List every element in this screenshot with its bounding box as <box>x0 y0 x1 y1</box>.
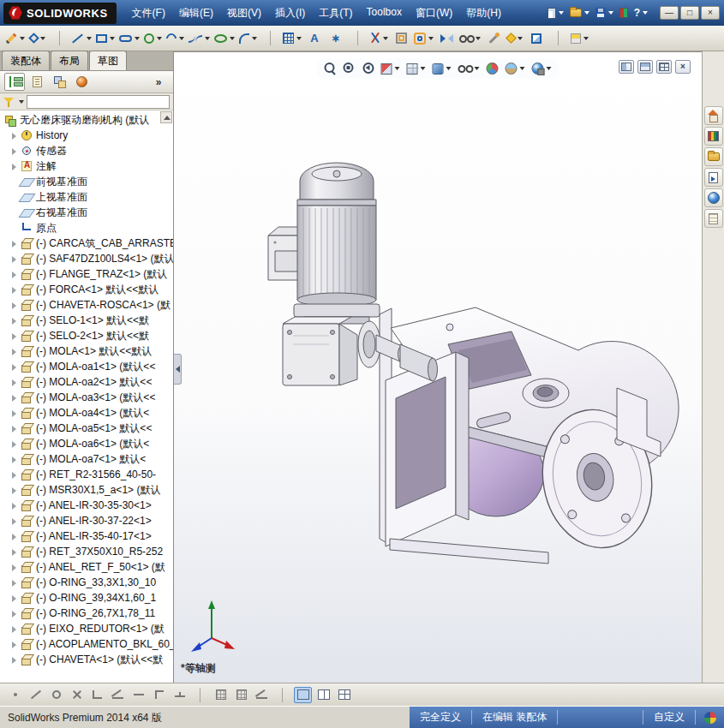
rectangle-button[interactable] <box>94 28 117 49</box>
snap-line-button[interactable] <box>27 687 45 703</box>
tree-item[interactable]: 上视基准面 <box>0 189 173 205</box>
menu-window[interactable]: 窗口(W) <box>409 3 459 24</box>
point-button[interactable]: ∗ <box>326 28 346 49</box>
expand-icon[interactable] <box>10 363 18 371</box>
tree-item[interactable]: (-) MOLA-oa2<1> 默认<< <box>0 374 173 390</box>
design-library-tab[interactable] <box>704 127 723 146</box>
filter-dropdown-icon[interactable] <box>19 100 24 104</box>
panel-collapse-handle[interactable] <box>174 354 182 385</box>
hide-show-items-button[interactable] <box>456 59 482 78</box>
tree-item[interactable]: (-) O-RING_26,7X1,78_11 <box>0 606 173 621</box>
menu-view[interactable]: 视图(V) <box>220 3 268 24</box>
menu-insert[interactable]: 插入(I) <box>268 3 312 24</box>
expand-icon[interactable] <box>10 610 18 618</box>
mirror-entities-button[interactable] <box>436 28 457 49</box>
tree-item[interactable]: (-) EIXO_REDUTOR<1> (默 <box>0 621 173 636</box>
expand-icon[interactable] <box>10 641 18 648</box>
tree-item[interactable]: (-) O-RING_39,34X1,60_1 <box>0 590 173 606</box>
expand-icon[interactable] <box>10 579 18 587</box>
section-view-button[interactable] <box>379 59 403 78</box>
expand-icon[interactable] <box>10 594 18 602</box>
expand-icon[interactable] <box>10 286 18 294</box>
expand-icon[interactable] <box>10 163 18 170</box>
tree-item[interactable]: (-) MSR30X1,5_a<1> (默认 <box>0 482 173 498</box>
panel-flyout-button[interactable]: » <box>148 73 169 91</box>
snap-horizontal-button[interactable] <box>129 687 147 703</box>
motor-part[interactable] <box>268 163 380 317</box>
close-pane-button[interactable]: × <box>675 60 691 74</box>
rapid-sketch-button[interactable] <box>526 28 547 49</box>
snap-angle-button[interactable] <box>109 687 127 703</box>
snap-midpoint-button[interactable] <box>171 687 188 703</box>
tree-item[interactable]: (-) SELO-1<1> 默认<<默 <box>0 313 173 328</box>
view-orientation-button[interactable] <box>404 59 428 78</box>
expand-icon[interactable] <box>10 394 18 402</box>
file-explorer-tab[interactable] <box>704 147 723 166</box>
expand-icon[interactable] <box>10 456 18 463</box>
line-button[interactable] <box>70 28 93 49</box>
spline-button[interactable] <box>187 28 212 49</box>
toolbar-separator[interactable] <box>547 28 568 49</box>
grid-settings-button[interactable] <box>232 687 250 703</box>
help-button[interactable]: ? <box>634 7 648 19</box>
snap-circle-button[interactable] <box>47 687 65 703</box>
gearbox-part[interactable] <box>283 317 369 385</box>
split-horizontal-button[interactable] <box>314 687 332 703</box>
tree-item[interactable]: (-) FLANGE_TRAZ<1> (默认 <box>0 266 173 282</box>
close-button[interactable]: × <box>701 6 720 20</box>
apply-scene-button[interactable] <box>503 59 528 78</box>
menu-file[interactable]: 文件(F) <box>125 3 172 24</box>
minimize-button[interactable]: — <box>660 6 679 20</box>
convert-entities-button[interactable] <box>391 28 411 49</box>
offset-entities-button[interactable] <box>412 28 435 49</box>
display-style-button[interactable] <box>430 59 454 78</box>
slot-button[interactable] <box>117 28 141 49</box>
menu-help[interactable]: 帮助(H) <box>459 3 508 24</box>
split-four-button[interactable] <box>335 687 353 703</box>
tree-item[interactable]: (-) CHAVETA-ROSCA<1> (默 <box>0 297 173 313</box>
expand-icon[interactable] <box>10 271 18 278</box>
resources-tab[interactable] <box>704 106 723 125</box>
filter-icon[interactable] <box>3 97 14 107</box>
tree-item[interactable]: 原点 <box>0 220 173 236</box>
expand-icon[interactable] <box>10 471 18 479</box>
previous-view-button[interactable] <box>360 59 377 78</box>
expand-icon[interactable] <box>10 502 18 510</box>
toolbar-separator[interactable] <box>347 28 368 49</box>
tree-root-item[interactable]: 无心磨床驱动磨削机构 (默认 <box>0 112 173 128</box>
toolbar-separator[interactable] <box>273 687 291 703</box>
pattern-button[interactable] <box>281 28 303 49</box>
expand-icon[interactable] <box>10 625 18 633</box>
appearances-tab[interactable] <box>704 188 723 207</box>
tree-item[interactable]: 右视基准面 <box>0 205 173 220</box>
custom-properties-tab[interactable] <box>704 209 723 228</box>
tree-item[interactable]: (-) ANEL-IR-30-37-22<1> <box>0 513 173 528</box>
view-settings-button[interactable] <box>530 59 554 78</box>
tree-item[interactable]: (-) MOLA-oa5<1> 默认<< <box>0 421 173 436</box>
expand-icon[interactable] <box>10 317 18 325</box>
fillet-button[interactable] <box>237 28 259 49</box>
configurationmanager-tab[interactable] <box>49 73 69 91</box>
expand-icon[interactable] <box>10 486 18 494</box>
menu-edit[interactable]: 编辑(E) <box>172 3 220 24</box>
tree-item[interactable]: (-) ANEL-IR-30-35-30<1> <box>0 498 173 513</box>
circle-button[interactable] <box>142 28 164 49</box>
open-button[interactable] <box>570 9 589 17</box>
expand-icon[interactable] <box>10 440 18 448</box>
tree-item[interactable]: (-) MOLA-oa3<1> (默认<< <box>0 390 173 405</box>
tree-item[interactable]: (-) ACOPLAMENTO_BKL_60_ <box>0 636 173 652</box>
expand-icon[interactable] <box>10 348 18 355</box>
featuremanager-tab[interactable] <box>4 73 25 91</box>
expand-icon[interactable] <box>10 147 18 155</box>
tree-item[interactable]: (-) MOLA-oa6<1> (默认< <box>0 436 173 451</box>
angle-snap-button[interactable] <box>253 687 271 703</box>
expand-icon[interactable] <box>10 564 18 571</box>
tree-item[interactable]: (-) MOLA-oa4<1> (默认< <box>0 405 173 421</box>
tree-item[interactable]: 注解 <box>0 158 173 174</box>
tree-item[interactable]: (-) CARCA筑_CAB_ARRASTE <box>0 236 173 251</box>
tree-item[interactable]: (-) SELO-2<1> 默认<<默 <box>0 328 173 343</box>
displaymanager-tab[interactable] <box>71 73 92 91</box>
snap-corner-button[interactable] <box>150 687 168 703</box>
tree-item[interactable]: (-) FORCA<1> 默认<<默认 <box>0 282 173 297</box>
tree-item[interactable]: (-) RET_R2-31566_40-50- <box>0 467 173 482</box>
